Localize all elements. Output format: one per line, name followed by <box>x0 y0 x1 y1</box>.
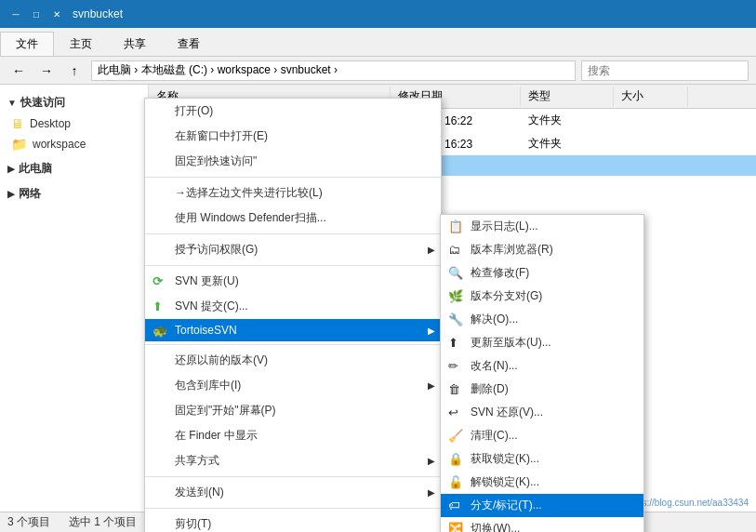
sidebar-section-this-pc: ▶ 此电脑 <box>0 158 148 180</box>
release-lock-icon: 🔓 <box>448 475 463 489</box>
col-header-size[interactable]: 大小 <box>614 86 688 106</box>
check-mods-icon: 🔍 <box>448 266 463 280</box>
ctx-open[interactable]: 打开(O) <box>145 99 441 124</box>
address-bar: ← → ↑ 此电脑 › 本地磁盘 (C:) › workspace › svnb… <box>0 57 756 85</box>
sub-release-lock[interactable]: 🔓 解锁锁定(K)... <box>441 471 643 494</box>
watermark: https://blog.csun.net/aa33434 <box>627 498 749 508</box>
switch-icon: 🔀 <box>448 522 463 532</box>
sub-resolve[interactable]: 🔧 解决(O)... <box>441 308 643 331</box>
library-arrow: ▶ <box>428 380 435 391</box>
repo-browser-icon: 🗂 <box>448 243 460 257</box>
title-bar: ─ □ ✕ svnbucket <box>0 0 756 28</box>
update-to-icon: ⬆ <box>448 336 458 350</box>
get-lock-icon: 🔒 <box>448 452 463 466</box>
svn-revert-icon: ↩ <box>448 406 458 419</box>
ribbon-tabs: 文件 主页 共享 查看 <box>0 28 756 56</box>
sidebar-section-header-quick-access[interactable]: ▼ 快速访问 <box>0 92 148 113</box>
this-pc-arrow: ▶ <box>7 164 15 174</box>
col-header-type[interactable]: 类型 <box>521 86 614 106</box>
ctx-tortoise[interactable]: 🐢 TortoiseSVN ▶ <box>145 319 441 341</box>
svn-commit-icon: ⬆ <box>153 299 163 313</box>
grant-access-arrow: ▶ <box>428 245 435 255</box>
minimize-button[interactable]: ─ <box>7 6 24 22</box>
sub-delete-svn[interactable]: 🗑 删除(D) <box>441 378 643 401</box>
forward-button[interactable]: → <box>35 60 58 81</box>
tab-share[interactable]: 共享 <box>108 32 162 56</box>
sidebar-item-workspace[interactable]: 📁 workspace <box>0 134 148 154</box>
ctx-open-new[interactable]: 在新窗口中打开(E) <box>145 124 441 149</box>
tab-file[interactable]: 文件 <box>0 32 54 56</box>
ctx-pin-start[interactable]: 固定到"开始"屏幕(P) <box>145 398 441 423</box>
desktop-icon: 🖥 <box>11 116 24 131</box>
ribbon: 文件 主页 共享 查看 <box>0 28 756 57</box>
sub-cleanup[interactable]: 🧹 清理(C)... <box>441 424 643 447</box>
share-arrow: ▶ <box>428 456 435 466</box>
ctx-send-to[interactable]: 发送到(N)▶ <box>145 480 441 505</box>
close-button[interactable]: ✕ <box>48 6 65 22</box>
back-button[interactable]: ← <box>7 60 30 81</box>
sub-repo-browser[interactable]: 🗂 版本库浏览器(R) <box>441 238 643 261</box>
ctx-sep-2 <box>145 233 441 234</box>
context-menu: 打开(O) 在新窗口中打开(E) 固定到快速访问" →选择左边文件夹进行比较(L… <box>144 98 442 532</box>
sidebar-section-network: ▶ 网络 <box>0 183 148 205</box>
address-path[interactable]: 此电脑 › 本地磁盘 (C:) › workspace › svnbucket … <box>91 60 576 81</box>
ctx-finder[interactable]: 在 Finder 中显示 <box>145 423 441 448</box>
search-input[interactable] <box>581 60 749 81</box>
ctx-select-adj[interactable]: →选择左边文件夹进行比较(L) <box>145 180 441 206</box>
branch-tag-icon: 🏷 <box>448 499 460 512</box>
svn-update-icon: ⟳ <box>153 274 163 288</box>
rename-svn-icon: ✏ <box>448 359 458 373</box>
sub-get-lock[interactable]: 🔒 获取锁定(K)... <box>441 447 643 471</box>
sub-update-to[interactable]: ⬆ 更新至版本(U)... <box>441 331 643 354</box>
ctx-include-library[interactable]: 包含到库中(I)▶ <box>145 373 441 398</box>
ctx-sep-1 <box>145 177 441 178</box>
status-count: 3 个项目 <box>7 514 50 530</box>
ctx-share-as[interactable]: 共享方式▶ <box>145 448 441 473</box>
ctx-restore-prev[interactable]: 还原以前的版本(V) <box>145 348 441 373</box>
sub-svn-revert[interactable]: ↩ SVN 还原(V)... <box>441 401 643 424</box>
cleanup-icon: 🧹 <box>448 429 463 443</box>
quick-access-arrow: ▼ <box>7 98 17 108</box>
sidebar: ▼ 快速访问 🖥 Desktop 📁 workspace ▶ 此电脑 ▶ 网络 <box>0 85 149 514</box>
ctx-svn-commit[interactable]: ⬆ SVN 提交(C)... <box>145 294 441 319</box>
ctx-defender[interactable]: 使用 Windows Defender扫描... <box>145 206 441 231</box>
workspace-icon: 📁 <box>11 137 27 152</box>
sub-branch-compare[interactable]: 🌿 版本分支对(G) <box>441 285 643 308</box>
sub-branch-tag[interactable]: 🏷 分支/标记(T)... <box>441 494 643 517</box>
window-title: svnbucket <box>73 7 123 20</box>
send-to-arrow: ▶ <box>428 487 435 498</box>
status-selected: 选中 1 个项目 <box>69 514 137 530</box>
ctx-cut[interactable]: 剪切(T) <box>145 512 441 532</box>
ctx-pin-quick[interactable]: 固定到快速访问" <box>145 149 441 174</box>
tortoise-icon: 🐢 <box>153 324 167 338</box>
up-button[interactable]: ↑ <box>63 60 86 81</box>
branch-compare-icon: 🌿 <box>448 289 463 303</box>
sub-show-log[interactable]: 📋 显示日志(L)... <box>441 215 643 238</box>
sidebar-this-pc[interactable]: ▶ 此电脑 <box>0 158 148 180</box>
tab-home[interactable]: 主页 <box>54 32 108 56</box>
ctx-sep-6 <box>145 508 441 509</box>
sub-rename-svn[interactable]: ✏ 改名(N)... <box>441 354 643 378</box>
sidebar-item-desktop[interactable]: 🖥 Desktop <box>0 113 148 134</box>
sub-switch[interactable]: 🔀 切换(W)... <box>441 517 643 532</box>
maximize-button[interactable]: □ <box>28 6 45 22</box>
resolve-icon: 🔧 <box>448 313 463 326</box>
tab-view[interactable]: 查看 <box>162 32 216 56</box>
submenu-tortoise: 📋 显示日志(L)... 🗂 版本库浏览器(R) 🔍 检查修改(F) 🌿 版本分… <box>440 214 644 532</box>
ctx-sep-4 <box>145 344 441 345</box>
ctx-grant-access[interactable]: 授予访问权限(G)▶ <box>145 237 441 262</box>
network-arrow: ▶ <box>7 189 15 199</box>
sidebar-section-quick-access: ▼ 快速访问 🖥 Desktop 📁 workspace <box>0 92 148 154</box>
ctx-svn-update[interactable]: ⟳ SVN 更新(U) <box>145 269 441 294</box>
show-log-icon: 📋 <box>448 219 463 233</box>
title-bar-controls[interactable]: ─ □ ✕ <box>7 6 65 22</box>
sub-check-mods[interactable]: 🔍 检查修改(F) <box>441 261 643 285</box>
delete-svn-icon: 🗑 <box>448 382 460 396</box>
tortoise-arrow: ▶ <box>428 326 435 336</box>
ctx-sep-3 <box>145 265 441 266</box>
ctx-sep-5 <box>145 476 441 477</box>
sidebar-network[interactable]: ▶ 网络 <box>0 183 148 205</box>
